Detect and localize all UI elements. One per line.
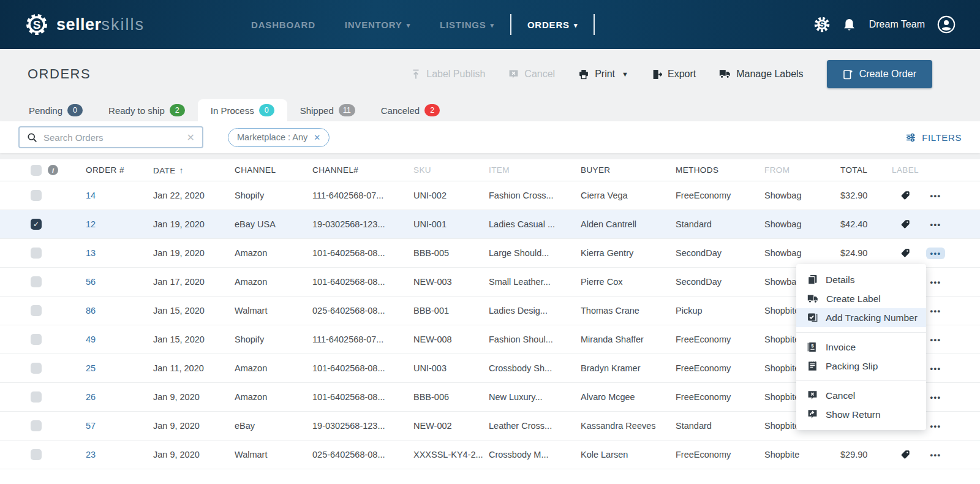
nav-item-listings[interactable]: LISTINGS▾	[425, 20, 509, 30]
row-checkbox[interactable]	[31, 190, 42, 201]
column-header-buyer[interactable]: BUYER	[581, 165, 676, 175]
notifications-bell-icon[interactable]	[843, 18, 856, 32]
avatar[interactable]	[937, 15, 956, 34]
order-number-link[interactable]: 25	[86, 363, 153, 373]
column-header-channel[interactable]: CHANNEL	[235, 165, 312, 175]
filters-button[interactable]: FILTERS	[905, 132, 962, 143]
order-item: Ladies Casual ...	[489, 219, 581, 229]
row-actions-button[interactable]: •••	[926, 276, 944, 288]
row-checkbox[interactable]	[31, 305, 42, 316]
row-actions-button-active[interactable]: •••	[926, 248, 944, 259]
row-checkbox[interactable]	[31, 276, 42, 287]
order-number-link[interactable]: 23	[86, 450, 153, 459]
tab-shipped[interactable]: Shipped11	[287, 99, 368, 121]
order-method: FreeEconomy	[676, 335, 764, 344]
order-buyer: Kassandra Reeves	[581, 421, 676, 431]
info-icon[interactable]: i	[48, 165, 58, 175]
search-box[interactable]: ✕	[18, 126, 203, 148]
export-button[interactable]: Export	[652, 69, 696, 80]
menu-item-invoice[interactable]: $ Invoice	[796, 338, 926, 357]
order-total: $32.90	[840, 191, 886, 200]
nav-item-inventory[interactable]: INVENTORY▾	[330, 20, 425, 30]
nav-item-dashboard[interactable]: DASHBOARD	[236, 20, 330, 30]
label-tag-icon[interactable]	[886, 450, 925, 459]
nav-item-orders[interactable]: ORDERS▾	[513, 20, 592, 30]
column-header-order[interactable]: ORDER #	[86, 165, 153, 175]
order-number-link[interactable]: 12	[86, 219, 153, 229]
row-checkbox[interactable]	[31, 248, 42, 259]
column-header-total[interactable]: TOTAL	[840, 165, 886, 175]
page-title: ORDERS	[28, 66, 91, 82]
row-checkbox-checked[interactable]: ✓	[31, 219, 42, 230]
table-row: ✓ 12 Jan 19, 2020 eBay USA 19-0302568-12…	[0, 210, 980, 239]
sellerskills-gear-icon: S	[24, 12, 49, 37]
tab-canceled[interactable]: Canceled2	[368, 99, 453, 121]
menu-item-cancel[interactable]: Cancel	[796, 386, 926, 405]
row-checkbox[interactable]	[31, 363, 42, 374]
order-number-link[interactable]: 26	[86, 392, 153, 402]
marketplace-filter-chip[interactable]: Marketplace : Any ✕	[228, 128, 330, 147]
count-badge: 2	[170, 104, 185, 116]
label-publish-button[interactable]: Label Publish	[411, 69, 485, 80]
column-header-channel-no[interactable]: CHANNEL#	[312, 165, 413, 175]
order-number-link[interactable]: 14	[86, 191, 153, 200]
row-checkbox[interactable]	[31, 391, 42, 403]
order-number-link[interactable]: 13	[86, 248, 153, 258]
manage-labels-button[interactable]: Manage Labels	[719, 69, 803, 80]
order-sku: NEW-008	[413, 335, 489, 344]
brand-logo[interactable]: S sellerskills	[24, 12, 145, 37]
order-number-link[interactable]: 86	[86, 306, 153, 316]
order-item: Small Leather...	[489, 277, 581, 287]
order-date: Jan 15, 2020	[153, 335, 235, 344]
row-actions-button[interactable]: •••	[926, 305, 944, 317]
row-actions-button[interactable]: •••	[926, 449, 944, 461]
order-method: Standard	[676, 219, 764, 229]
order-channel: Shopify	[235, 335, 312, 344]
nav-separator	[510, 14, 511, 35]
tab-ready-to-ship[interactable]: Ready to ship2	[96, 99, 198, 121]
menu-item-create-label[interactable]: Create Label	[796, 289, 926, 308]
row-checkbox[interactable]	[31, 420, 42, 431]
menu-item-show-return[interactable]: Show Return	[796, 405, 926, 424]
order-buyer: Thomas Crane	[581, 306, 676, 316]
menu-item-packing-slip[interactable]: Packing Slip	[796, 357, 926, 376]
tab-in-process[interactable]: In Process0	[198, 99, 287, 121]
account-name[interactable]: Dream Team	[869, 19, 925, 30]
invoice-icon: $	[807, 342, 818, 352]
order-item: Ladies Desig...	[489, 306, 581, 316]
order-method: FreeEconomy	[676, 191, 764, 200]
order-date: Jan 9, 2020	[153, 450, 235, 459]
row-checkbox[interactable]	[31, 334, 42, 345]
order-number-link[interactable]: 57	[86, 421, 153, 431]
clear-search-icon[interactable]: ✕	[187, 132, 195, 143]
menu-item-details[interactable]: Details	[796, 270, 926, 289]
row-actions-button[interactable]: •••	[926, 190, 944, 202]
remove-chip-icon[interactable]: ✕	[314, 133, 320, 142]
order-channel-number: 19-0302568-123...	[312, 421, 413, 431]
row-actions-button[interactable]: •••	[926, 420, 944, 432]
menu-item-add-tracking-number[interactable]: Add Tracking Number	[796, 308, 926, 327]
column-header-date[interactable]: DATE↑	[153, 165, 235, 175]
row-checkbox[interactable]	[31, 449, 42, 460]
row-actions-button[interactable]: •••	[926, 219, 944, 230]
create-order-button[interactable]: Create Order	[827, 60, 932, 88]
label-tag-icon[interactable]	[886, 191, 925, 200]
row-actions-button[interactable]: •••	[926, 391, 944, 403]
order-item: New Luxury...	[489, 392, 581, 402]
column-header-methods[interactable]: METHODS	[676, 165, 764, 175]
order-number-link[interactable]: 49	[86, 335, 153, 344]
print-button[interactable]: Print ▼	[578, 69, 628, 80]
order-channel: Shopify	[235, 191, 312, 200]
select-all-checkbox[interactable]	[31, 165, 42, 176]
label-tag-icon[interactable]	[886, 219, 925, 229]
tab-pending[interactable]: Pending0	[16, 99, 96, 121]
row-actions-button[interactable]: •••	[926, 363, 944, 374]
row-actions-button[interactable]: •••	[926, 334, 944, 346]
order-number-link[interactable]: 56	[86, 277, 153, 287]
label-tag-icon[interactable]	[886, 248, 925, 258]
search-input[interactable]	[43, 132, 181, 143]
details-copy-icon	[807, 274, 818, 285]
order-sku: UNI-003	[413, 363, 489, 373]
sellerskills-mini-gear-icon[interactable]: S	[813, 16, 831, 33]
cancel-button[interactable]: Cancel	[508, 69, 555, 80]
